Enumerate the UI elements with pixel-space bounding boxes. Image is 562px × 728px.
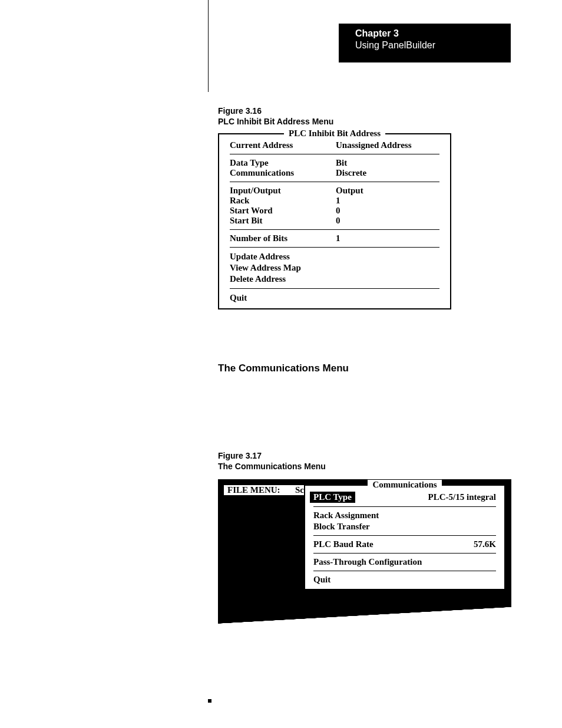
communications-value: Discrete	[336, 168, 366, 178]
io-row: Input/Output Output	[230, 186, 439, 196]
square-marker-icon	[208, 699, 211, 703]
num-bits-row: Number of Bits 1	[230, 233, 439, 243]
start-word-label: Start Word	[230, 206, 336, 216]
rack-label: Rack	[230, 196, 336, 206]
baud-rate-row[interactable]: PLC Baud Rate 57.6K	[313, 539, 496, 550]
data-type-value: Bit	[336, 158, 347, 168]
io-label: Input/Output	[230, 186, 336, 196]
divider	[313, 571, 496, 571]
screenshot-frame: FILE MENU: Sc Communications PLC Type PL…	[218, 479, 511, 624]
divider	[230, 154, 439, 154]
divider	[313, 535, 496, 536]
baud-rate-label: PLC Baud Rate	[313, 539, 373, 549]
data-type-label: Data Type	[230, 158, 336, 168]
chapter-header: Chapter 3 Using PanelBuilder	[339, 24, 511, 62]
file-menu-bar: FILE MENU: Sc	[224, 485, 308, 495]
figure-label: Figure 3.16	[218, 106, 513, 116]
current-address-label: Current Address	[230, 140, 336, 150]
section-title: The Communications Menu	[218, 363, 513, 374]
start-bit-value: 0	[336, 216, 340, 226]
figure-title: PLC Inhibit Bit Address Menu	[218, 117, 513, 126]
chapter-number: Chapter 3	[355, 28, 511, 39]
divider	[230, 288, 439, 289]
start-bit-label: Start Bit	[230, 216, 336, 226]
current-address-row: Current Address Unassigned Address	[230, 140, 439, 150]
view-address-map-item[interactable]: View Address Map	[230, 262, 439, 274]
file-menu-suffix: Sc	[295, 485, 304, 495]
figure-title-2: The Communications Menu	[218, 462, 513, 471]
start-word-value: 0	[336, 206, 340, 216]
comm-quit-item[interactable]: Quit	[313, 574, 496, 585]
pass-through-item[interactable]: Pass-Through Configuration	[313, 556, 496, 568]
plc-type-label: PLC Type	[310, 492, 355, 503]
divider	[313, 553, 496, 554]
file-menu-label: FILE MENU:	[227, 485, 280, 495]
communications-menu-box: Communications PLC Type PLC-5/15 integra…	[304, 485, 505, 590]
num-bits-label: Number of Bits	[230, 233, 336, 243]
baud-rate-value: 57.6K	[474, 539, 496, 549]
start-bit-row: Start Bit 0	[230, 216, 439, 226]
plc-type-value: PLC-5/15 integral	[428, 492, 496, 503]
start-word-row: Start Word 0	[230, 206, 439, 216]
data-type-row: Data Type Bit	[230, 158, 439, 168]
figure-label-2: Figure 3.17	[218, 451, 513, 460]
divider	[230, 182, 439, 182]
menu-box-title: PLC Inhibit Bit Address	[284, 129, 385, 138]
divider	[230, 229, 439, 230]
plc-inhibit-menu-box: PLC Inhibit Bit Address Current Address …	[218, 133, 451, 309]
communications-label: Communications	[230, 168, 336, 178]
divider	[230, 247, 439, 248]
num-bits-value: 1	[336, 233, 340, 243]
update-address-item[interactable]: Update Address	[230, 251, 439, 262]
chapter-subtitle: Using PanelBuilder	[355, 40, 511, 51]
comm-box-title: Communications	[368, 480, 441, 489]
io-value: Output	[336, 186, 363, 196]
quit-item[interactable]: Quit	[230, 292, 439, 304]
rack-value: 1	[336, 196, 340, 206]
plc-type-row[interactable]: PLC Type PLC-5/15 integral	[313, 492, 496, 503]
current-address-value: Unassigned Address	[336, 140, 412, 150]
rack-row: Rack 1	[230, 196, 439, 206]
block-transfer-item[interactable]: Block Transfer	[313, 521, 496, 532]
rack-assignment-item[interactable]: Rack Assignment	[313, 510, 496, 521]
vertical-rule	[208, 0, 209, 92]
communications-row: Communications Discrete	[230, 168, 439, 178]
divider	[313, 506, 496, 507]
delete-address-item[interactable]: Delete Address	[230, 274, 439, 285]
